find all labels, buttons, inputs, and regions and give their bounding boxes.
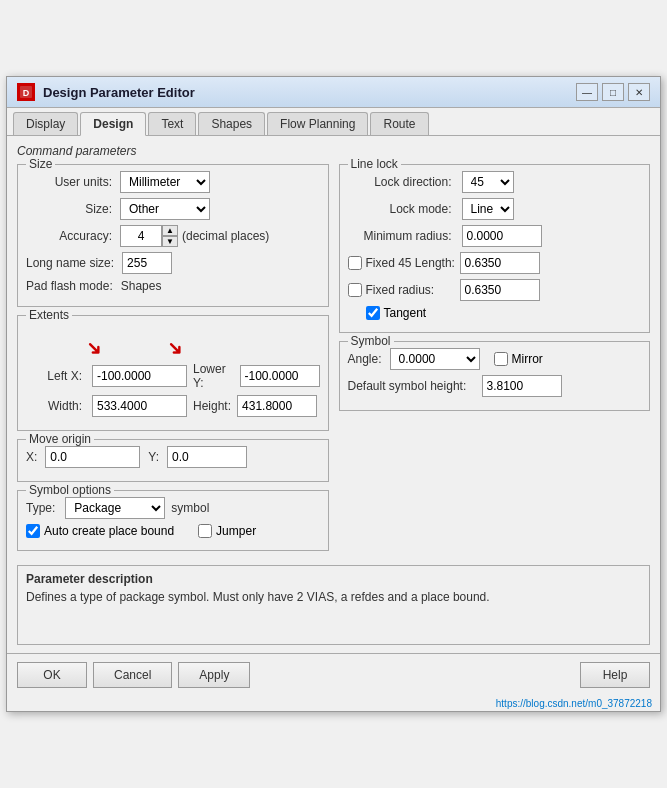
fixed45-row: Fixed 45 Length: bbox=[348, 252, 642, 274]
fixed45-label: Fixed 45 Length: bbox=[366, 256, 456, 270]
auto-create-label: Auto create place bound bbox=[44, 524, 174, 538]
size-select[interactable]: Other A B bbox=[120, 198, 210, 220]
fixed-radius-row: Fixed radius: bbox=[348, 279, 642, 301]
extents-bottom-row: Width: Height: bbox=[26, 395, 320, 417]
lock-mode-select[interactable]: Line Arc bbox=[462, 198, 514, 220]
pad-flash-value: Shapes bbox=[121, 279, 162, 293]
user-units-row: User units: Millimeter Inch bbox=[26, 171, 320, 193]
extents-group-label: Extents bbox=[26, 308, 72, 322]
type-row: Type: Package Module Mechanical symbol bbox=[26, 497, 320, 519]
fixed-radius-label: Fixed radius: bbox=[366, 283, 456, 297]
main-buttons: OK Cancel Apply bbox=[17, 662, 250, 688]
size-group-label: Size bbox=[26, 157, 55, 171]
size-row: Size: Other A B bbox=[26, 198, 320, 220]
tab-flow-planning[interactable]: Flow Planning bbox=[267, 112, 368, 135]
tangent-checkbox[interactable] bbox=[366, 306, 380, 320]
type-select[interactable]: Package Module Mechanical bbox=[65, 497, 165, 519]
tab-route[interactable]: Route bbox=[370, 112, 428, 135]
default-height-label: Default symbol height: bbox=[348, 379, 478, 393]
angle-select[interactable]: 0.0000 45.0000 90.0000 180.0000 bbox=[390, 348, 480, 370]
size-group: Size User units: Millimeter Inch Size: O… bbox=[17, 164, 329, 307]
user-units-label: User units: bbox=[26, 175, 116, 189]
lower-y-label: Lower Y: bbox=[193, 362, 234, 390]
tangent-label: Tangent bbox=[384, 306, 427, 320]
watermark: https://blog.csdn.net/m0_37872218 bbox=[7, 696, 660, 711]
bottom-bar: OK Cancel Apply Help bbox=[7, 653, 660, 696]
width-label: Width: bbox=[26, 399, 86, 413]
tab-text[interactable]: Text bbox=[148, 112, 196, 135]
min-radius-label: Minimum radius: bbox=[348, 229, 458, 243]
right-column: Line lock Lock direction: 45 90 Any Lock… bbox=[339, 164, 651, 559]
auto-create-checkbox[interactable] bbox=[26, 524, 40, 538]
spinner-up[interactable]: ▲ bbox=[162, 225, 178, 236]
min-radius-input[interactable] bbox=[462, 225, 542, 247]
titlebar-left: D Design Parameter Editor bbox=[17, 83, 195, 101]
tab-shapes[interactable]: Shapes bbox=[198, 112, 265, 135]
fixed45-checkbox[interactable] bbox=[348, 256, 362, 270]
main-window: D Design Parameter Editor — □ ✕ Display … bbox=[6, 76, 661, 712]
fixed45-input[interactable] bbox=[460, 252, 540, 274]
tangent-row: Tangent bbox=[366, 306, 642, 320]
help-button[interactable]: Help bbox=[580, 662, 650, 688]
origin-y-input[interactable] bbox=[167, 446, 247, 468]
spinner-down[interactable]: ▼ bbox=[162, 236, 178, 247]
extents-top-row: Left X: Lower Y: bbox=[26, 362, 320, 390]
apply-button[interactable]: Apply bbox=[178, 662, 250, 688]
move-origin-label: Move origin bbox=[26, 432, 94, 446]
lock-dir-select[interactable]: 45 90 Any bbox=[462, 171, 514, 193]
description-text: Defines a type of package symbol. Must o… bbox=[26, 590, 641, 604]
tabs-bar: Display Design Text Shapes Flow Planning… bbox=[7, 108, 660, 136]
accuracy-input[interactable] bbox=[120, 225, 162, 247]
long-name-input[interactable] bbox=[122, 252, 172, 274]
close-button[interactable]: ✕ bbox=[628, 83, 650, 101]
cancel-button[interactable]: Cancel bbox=[93, 662, 172, 688]
symbol-text: symbol bbox=[171, 501, 209, 515]
height-label: Height: bbox=[193, 399, 231, 413]
description-title: Parameter description bbox=[26, 572, 641, 586]
line-lock-label: Line lock bbox=[348, 157, 401, 171]
default-height-input[interactable] bbox=[482, 375, 562, 397]
symbol-options-label: Symbol options bbox=[26, 483, 114, 497]
lock-mode-label: Lock mode: bbox=[348, 202, 458, 216]
lower-y-input[interactable] bbox=[240, 365, 320, 387]
tab-design[interactable]: Design bbox=[80, 112, 146, 136]
origin-row: X: Y: bbox=[26, 446, 320, 468]
auto-create-row: Auto create place bound Jumper bbox=[26, 524, 320, 538]
left-x-input[interactable] bbox=[92, 365, 187, 387]
maximize-button[interactable]: □ bbox=[602, 83, 624, 101]
accuracy-row: Accuracy: ▲ ▼ (decimal places) bbox=[26, 225, 320, 247]
y-label: Y: bbox=[144, 450, 163, 464]
svg-text:D: D bbox=[23, 88, 30, 98]
width-input[interactable] bbox=[92, 395, 187, 417]
long-name-row: Long name size: bbox=[26, 252, 320, 274]
mirror-checkbox[interactable] bbox=[494, 352, 508, 366]
mirror-label: Mirror bbox=[512, 352, 543, 366]
long-name-label: Long name size: bbox=[26, 256, 118, 270]
fixed-radius-input[interactable] bbox=[460, 279, 540, 301]
symbol-group-label: Symbol bbox=[348, 334, 394, 348]
jumper-checkbox[interactable] bbox=[198, 524, 212, 538]
height-input[interactable] bbox=[237, 395, 317, 417]
app-icon: D bbox=[17, 83, 35, 101]
origin-x-input[interactable] bbox=[45, 446, 140, 468]
type-label: Type: bbox=[26, 501, 59, 515]
symbol-group: Symbol Angle: 0.0000 45.0000 90.0000 180… bbox=[339, 341, 651, 411]
window-title: Design Parameter Editor bbox=[43, 85, 195, 100]
tab-display[interactable]: Display bbox=[13, 112, 78, 135]
accuracy-suffix: (decimal places) bbox=[182, 229, 269, 243]
lock-dir-row: Lock direction: 45 90 Any bbox=[348, 171, 642, 193]
accuracy-label: Accuracy: bbox=[26, 229, 116, 243]
user-units-select[interactable]: Millimeter Inch bbox=[120, 171, 210, 193]
jumper-label: Jumper bbox=[216, 524, 256, 538]
minimize-button[interactable]: — bbox=[576, 83, 598, 101]
accuracy-spinner: ▲ ▼ bbox=[120, 225, 178, 247]
ok-button[interactable]: OK bbox=[17, 662, 87, 688]
fixed-radius-checkbox[interactable] bbox=[348, 283, 362, 297]
lock-mode-row: Lock mode: Line Arc bbox=[348, 198, 642, 220]
extents-group: Extents ➜ ➜ Left X: Lower Y: bbox=[17, 315, 329, 431]
window-controls: — □ ✕ bbox=[576, 83, 650, 101]
symbol-options-group: Symbol options Type: Package Module Mech… bbox=[17, 490, 329, 551]
x-label: X: bbox=[26, 450, 41, 464]
angle-row: Angle: 0.0000 45.0000 90.0000 180.0000 M… bbox=[348, 348, 642, 370]
pad-flash-label: Pad flash mode: bbox=[26, 279, 117, 293]
